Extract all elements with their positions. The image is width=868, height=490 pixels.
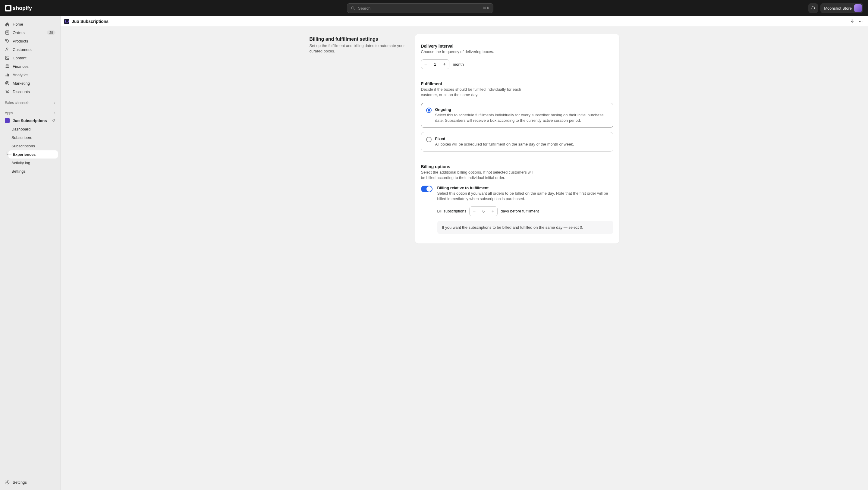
sidebar-item-label: Content — [13, 56, 27, 60]
sidebar-item-products[interactable]: Products — [2, 37, 58, 45]
sidebar-item-discounts[interactable]: Discounts — [2, 87, 58, 96]
svg-point-0 — [351, 7, 354, 9]
svg-rect-7 — [5, 56, 9, 60]
svg-line-17 — [6, 90, 8, 93]
topbar: shopify Search ⌘ K Moonshot Store — [0, 0, 868, 16]
pin-icon[interactable] — [52, 119, 56, 122]
svg-point-6 — [6, 48, 8, 50]
subnav-dashboard[interactable]: Dashboard — [8, 125, 58, 133]
juo-header-icon — [64, 19, 69, 24]
fulfillment-title: Fulfillment — [421, 81, 613, 86]
page-title: Juo Subscriptions — [72, 19, 108, 24]
store-name: Moonshot Store — [824, 6, 852, 10]
delivery-title: Delivery interval — [421, 44, 613, 49]
settings-heading: Billing and fulfillment settings — [310, 36, 405, 42]
app-name: Juo Subscriptions — [13, 118, 47, 123]
billing-desc: Select the additional billing options. I… — [421, 170, 535, 181]
shopify-bag-icon — [5, 5, 11, 11]
bill-suffix: days before fulfillment — [501, 209, 538, 213]
svg-rect-9 — [6, 75, 7, 76]
settings-desc: Set up the fulfillment and billing dates… — [310, 43, 405, 54]
option-title: Ongoing — [435, 107, 608, 112]
subnav-settings[interactable]: Settings — [8, 167, 58, 175]
content-left: Billing and fulfillment settings Set up … — [310, 34, 405, 54]
avatar — [854, 4, 862, 12]
delivery-stepper: − + — [421, 59, 450, 69]
delivery-unit: month — [453, 62, 464, 67]
marketing-icon — [5, 81, 10, 86]
toggle-desc: Select this option if you want all order… — [437, 191, 613, 202]
svg-point-16 — [7, 92, 9, 93]
section-delivery: Delivery interval Choose the frequency o… — [421, 40, 613, 73]
subnav-experiences[interactable]: Experiences — [8, 150, 58, 158]
analytics-icon — [5, 72, 10, 77]
sidebar-item-orders[interactable]: Orders 28 — [2, 28, 58, 37]
sidebar-item-finances[interactable]: Finances — [2, 62, 58, 70]
juo-app-icon — [5, 118, 10, 123]
brand-text: shopify — [13, 5, 32, 11]
svg-point-21 — [861, 21, 861, 22]
delivery-value-input[interactable] — [430, 60, 440, 69]
option-desc: Select this to schedule fulfillments ind… — [435, 113, 608, 123]
discounts-icon — [5, 89, 10, 94]
fulfillment-option-ongoing[interactable]: Ongoing Select this to schedule fulfillm… — [421, 103, 613, 128]
svg-point-20 — [859, 21, 860, 22]
section-label: Apps — [5, 111, 13, 115]
bill-prefix: Bill subscriptions — [437, 209, 467, 213]
app-subnav: Dashboard Subscribers Subscriptions Expe… — [8, 125, 58, 176]
sidebar-item-label: Analytics — [13, 73, 28, 77]
subnav-subscriptions[interactable]: Subscriptions — [8, 142, 58, 150]
store-menu[interactable]: Moonshot Store — [820, 3, 863, 13]
sidebar-section-sales[interactable]: Sales channels › — [2, 98, 58, 106]
customers-icon — [5, 47, 10, 52]
bill-stepper: − + — [469, 207, 498, 216]
content: Billing and fulfillment settings Set up … — [61, 27, 868, 490]
main: Juo Subscriptions Billing and fulfillmen… — [61, 16, 868, 490]
sidebar-item-analytics[interactable]: Analytics — [2, 70, 58, 79]
sidebar-item-customers[interactable]: Customers — [2, 45, 58, 54]
sidebar-item-label: Marketing — [13, 81, 30, 86]
sidebar-item-settings[interactable]: Settings — [2, 478, 58, 486]
fulfillment-option-fixed[interactable]: Fixed All boxes will be scheduled for fu… — [421, 132, 613, 152]
sidebar-item-label: Orders — [13, 30, 25, 35]
svg-point-18 — [7, 482, 8, 483]
settings-label: Settings — [13, 480, 27, 485]
toggle-title: Billing relative to fulfillment — [437, 186, 613, 190]
stepper-increment[interactable]: + — [440, 60, 449, 69]
stepper-decrement[interactable]: − — [470, 207, 478, 216]
subnav-subscribers[interactable]: Subscribers — [8, 133, 58, 142]
option-desc: All boxes will be scheduled for fulfillm… — [435, 142, 574, 147]
notifications-button[interactable] — [808, 3, 818, 13]
more-button[interactable] — [857, 18, 864, 25]
bill-value-input[interactable] — [478, 207, 488, 216]
sidebar-item-label: Customers — [13, 47, 32, 52]
sidebar-section-apps[interactable]: Apps › — [2, 109, 58, 116]
option-title: Fixed — [435, 136, 574, 141]
home-icon — [5, 22, 10, 27]
sidebar-item-content[interactable]: Content — [2, 54, 58, 62]
section-billing: Billing options Select the additional bi… — [421, 162, 613, 238]
finances-icon — [5, 64, 10, 69]
stepper-increment[interactable]: + — [488, 207, 497, 216]
products-icon — [5, 38, 10, 43]
chevron-right-icon: › — [54, 101, 56, 105]
chevron-right-icon: › — [54, 111, 56, 115]
section-fulfillment: Fulfillment Decide if the boxes should b… — [421, 75, 613, 159]
search-icon — [351, 6, 355, 10]
sidebar-item-label: Finances — [13, 64, 29, 69]
billing-toggle[interactable] — [421, 186, 433, 192]
sidebar-item-home[interactable]: Home — [2, 20, 58, 28]
sidebar-app-juo[interactable]: Juo Subscriptions — [2, 116, 58, 125]
billing-info: If you want the subscriptions to be bill… — [437, 221, 613, 234]
sidebar-item-marketing[interactable]: Marketing — [2, 79, 58, 87]
search-wrap: Search ⌘ K — [32, 3, 808, 13]
shopify-logo[interactable]: shopify — [5, 5, 32, 11]
svg-point-22 — [862, 21, 862, 22]
subnav-activity-log[interactable]: Activity log — [8, 159, 58, 167]
page-header: Juo Subscriptions — [61, 16, 868, 27]
svg-rect-10 — [7, 73, 8, 76]
sidebar: Home Orders 28 Products Customers Conten… — [0, 16, 61, 490]
pin-button[interactable] — [849, 18, 856, 25]
search-input[interactable]: Search ⌘ K — [347, 3, 493, 13]
stepper-decrement[interactable]: − — [421, 60, 430, 69]
